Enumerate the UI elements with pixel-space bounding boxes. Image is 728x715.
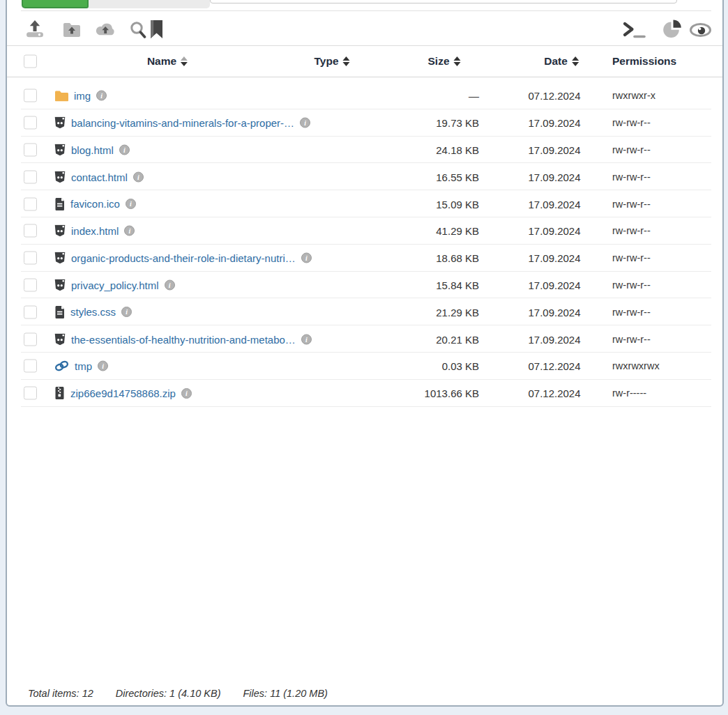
file-row[interactable]: styles.css i 21.29 KB 17.09.2024 rw-rw-r… [0,298,728,325]
disk-usage-button[interactable] [662,20,682,39]
permissions-cell: rwxrwxr-x [612,90,655,101]
date-cell: 07.12.2024 [515,360,593,372]
permissions-cell: rwxrwxrwx [612,360,660,371]
file-row[interactable]: contact.html i 16.55 KB 17.09.2024 rw-rw… [0,163,728,190]
sort-icon [454,56,461,66]
row-checkbox[interactable] [24,305,37,318]
file-name-link[interactable]: balancing-vitamins-and-minerals-for-a-pr… [71,117,294,129]
date-cell: 17.09.2024 [515,117,593,129]
zip-icon [54,387,65,399]
file-row[interactable]: the-essentials-of-healthy-nutrition-and-… [0,325,728,353]
info-icon[interactable]: i [165,279,175,290]
info-icon[interactable]: i [126,199,136,209]
size-cell: 20.21 KB [436,333,479,345]
file-row[interactable]: img i — 07.12.2024 rwxrwxr-x [0,82,728,109]
info-icon[interactable]: i [96,91,107,101]
name-cell: the-essentials-of-healthy-nutrition-and-… [54,333,312,345]
row-checkbox[interactable] [24,143,37,156]
name-cell: blog.html i [54,144,130,155]
upload-file-button[interactable] [25,20,45,38]
row-checkbox[interactable] [24,89,37,102]
html-icon [54,252,66,264]
file-row[interactable]: favicon.ico i 15.09 KB 17.09.2024 rw-rw-… [0,190,728,217]
file-name-link[interactable]: styles.css [70,306,116,318]
file-name-link[interactable]: organic-products-and-their-role-in-dieta… [71,252,296,264]
file-row[interactable]: balancing-vitamins-and-minerals-for-a-pr… [0,109,728,137]
terminal-icon [623,22,648,38]
info-icon[interactable]: i [98,361,108,371]
info-icon[interactable]: i [121,307,132,317]
status-bar: Total items: 12 Directories: 1 (4.10 KB)… [28,688,328,699]
size-cell: 19.73 KB [436,117,479,129]
file-name-link[interactable]: the-essentials-of-healthy-nutrition-and-… [71,333,296,345]
info-icon[interactable]: i [300,118,310,128]
path-input[interactable] [210,0,677,3]
permissions-cell: rw-r----- [612,387,646,399]
file-name-link[interactable]: zip66e9d14758868.zip [70,387,176,399]
permissions-cell: rw-rw-r-- [612,252,651,263]
date-cell: 07.12.2024 [515,387,593,399]
file-name-link[interactable]: favicon.ico [70,198,120,210]
progress-bar-fill [22,0,89,8]
select-all-checkbox[interactable] [24,55,37,68]
sort-icon [572,56,579,66]
file-row[interactable]: organic-products-and-their-role-in-dieta… [0,245,728,272]
date-cell: 17.09.2024 [515,333,593,345]
name-cell: img i [54,90,107,102]
name-cell: favicon.ico i [54,198,136,210]
size-cell: 18.68 KB [436,252,479,264]
column-header-permissions: Permissions [612,55,676,68]
name-cell: index.html i [54,225,135,237]
file-name-link[interactable]: privacy_policy.html [71,279,159,291]
info-icon[interactable]: i [133,171,144,182]
upload-folder-button[interactable] [63,22,81,37]
column-header-type[interactable]: Type [314,55,349,68]
file-name-link[interactable]: index.html [71,225,119,237]
info-icon[interactable]: i [301,334,312,344]
pie-chart-icon [662,20,682,39]
column-header-name[interactable]: Name [147,55,188,68]
search-button[interactable] [130,21,146,38]
html-icon [54,333,66,345]
row-checkbox[interactable] [24,278,37,291]
row-checkbox[interactable] [24,197,37,210]
file-row[interactable]: blog.html i 24.18 KB 17.09.2024 rw-rw-r-… [0,137,728,164]
row-checkbox[interactable] [24,116,37,130]
row-checkbox[interactable] [24,332,37,346]
total-items-stat: Total items: 12 [28,688,93,699]
file-name-link[interactable]: img [74,90,91,102]
folder-upload-icon [63,22,81,37]
bookmark-button[interactable] [151,20,162,38]
date-cell: 17.09.2024 [515,171,593,183]
file-row[interactable]: zip66e9d14758868.zip i 1013.66 KB 07.12.… [0,380,728,407]
name-cell: styles.css i [54,306,132,318]
eye-icon [689,22,712,38]
row-checkbox[interactable] [24,360,37,373]
column-header-size[interactable]: Size [427,55,460,68]
file-name-link[interactable]: tmp [75,360,92,372]
permissions-cell: rw-rw-r-- [612,117,651,128]
column-header-date[interactable]: Date [544,55,579,68]
row-checkbox[interactable] [24,170,37,183]
date-cell: 17.09.2024 [515,225,593,237]
date-cell: 17.09.2024 [515,144,593,155]
file-row[interactable]: index.html i 41.29 KB 17.09.2024 rw-rw-r… [0,217,728,245]
cloud-upload-button[interactable] [95,22,116,38]
file-row[interactable]: privacy_policy.html i 15.84 KB 17.09.202… [0,272,728,299]
info-icon[interactable]: i [119,144,130,155]
topbar-divider [21,10,711,11]
file-name-link[interactable]: blog.html [71,144,114,155]
info-icon[interactable]: i [124,226,135,236]
row-checkbox[interactable] [24,252,37,265]
file-name-link[interactable]: contact.html [71,171,128,183]
size-cell: 0.03 KB [442,360,479,372]
file-row[interactable]: tmp i 0.03 KB 07.12.2024 rwxrwxrwx [0,353,728,380]
view-toggle-button[interactable] [689,22,712,38]
permissions-cell: rw-rw-r-- [612,279,651,291]
row-checkbox[interactable] [24,387,37,400]
terminal-button[interactable] [623,22,648,38]
row-checkbox[interactable] [24,224,37,238]
info-icon[interactable]: i [301,253,312,263]
info-icon[interactable]: i [181,388,192,399]
size-cell: 15.84 KB [436,279,479,291]
